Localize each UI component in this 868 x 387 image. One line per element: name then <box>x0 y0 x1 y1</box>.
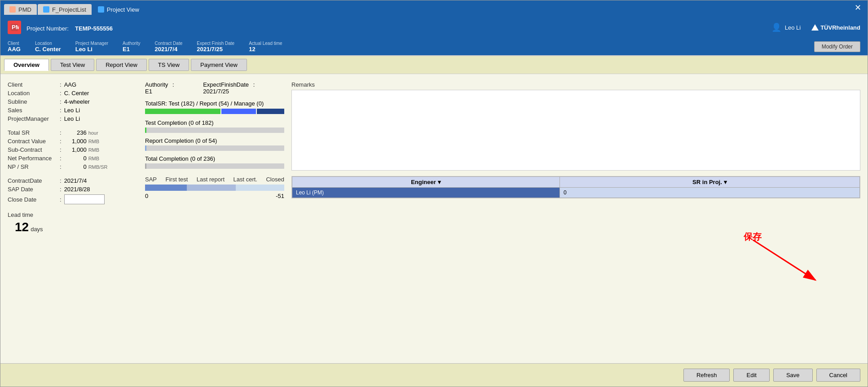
field-cv-label: Contract Value <box>8 138 57 145</box>
sr-bars <box>145 109 284 114</box>
tab-navigation: Overview Test View Report View TS View P… <box>0 56 868 74</box>
field-sales-label: Sales <box>8 107 57 114</box>
field-location-label: Location <box>8 90 57 97</box>
field-location-value: C. Center <box>64 90 89 97</box>
field-pm-label: ProjectManager <box>8 115 57 122</box>
main-window: PMD F_ProjectList Project View ✕ PMD Pro… <box>0 0 868 387</box>
info-expect-finish: Expect Finish Date 2021/7/25 <box>197 41 234 53</box>
refresh-button[interactable]: Refresh <box>683 369 730 382</box>
engineer-cell: Leo Li (PM) <box>292 188 560 198</box>
user-name: Leo Li <box>785 24 801 31</box>
field-total-sr-label: Total SR <box>8 129 57 136</box>
tab-projview-label: Project View <box>107 6 139 13</box>
info-bar: Client AAG Location C. Center Project Ma… <box>0 40 868 56</box>
timeline-section: SAP First test Last report Last cert. Cl… <box>145 176 284 199</box>
project-number-value: TEMP-555556 <box>75 25 113 32</box>
tab-fprojectlist[interactable]: F_ProjectList <box>38 4 92 15</box>
brand-logo: TÜVRheinland <box>811 24 860 31</box>
timeline-seg1 <box>145 185 187 191</box>
lead-time-number: 12 <box>15 220 29 234</box>
timeline-bar <box>145 185 284 191</box>
field-lead-time-header: Lead time <box>8 211 138 218</box>
field-subline: Subline : 4-wheeler <box>8 98 138 105</box>
cancel-button[interactable]: Cancel <box>816 369 860 382</box>
svg-text:PMD: PMD <box>12 24 19 31</box>
field-location: Location : C. Center <box>8 90 138 97</box>
info-expect-finish-value: 2021/7/25 <box>197 46 234 53</box>
field-sap-date: SAP Date : 2021/8/28 <box>8 186 138 193</box>
timeline-first-test-label: First test <box>166 176 188 183</box>
field-np-unit: RMB <box>88 156 99 161</box>
field-contract-date: ContractDate : 2021/7/4 <box>8 177 138 184</box>
middle-authority-value: E1 <box>145 88 152 95</box>
field-npsr-label: NP / SR <box>8 163 57 170</box>
sr-cell: 0 <box>560 188 859 198</box>
timeline-val-left: 0 <box>145 193 148 199</box>
timeline-sap-label: SAP <box>145 176 157 183</box>
modify-order-button[interactable]: Modify Order <box>814 41 860 52</box>
lead-time-unit: days <box>31 226 43 233</box>
field-sales: Sales : Leo Li <box>8 107 138 114</box>
field-subline-value: 4-wheeler <box>64 98 90 105</box>
titlebar-tabs: PMD F_ProjectList Project View <box>4 0 145 15</box>
info-actual-lead: Actual Lead time 12 <box>249 41 282 53</box>
total-completion-label: Total Completion (0 of 236) <box>145 155 284 162</box>
middle-top-fields: Authority : E1 ExpectFinishDate : 2021/7… <box>145 81 284 95</box>
info-contract-date: Contract Date 2021/7/4 <box>155 41 183 53</box>
sr-bar-test <box>145 109 220 114</box>
right-panel: Remarks Engineer ▾ <box>291 81 860 356</box>
field-client: Client : AAG <box>8 81 138 88</box>
brand-triangle-icon <box>811 24 819 31</box>
left-panel: Client : AAG Location : C. Center Sublin… <box>8 81 138 356</box>
info-client: Client AAG <box>8 41 21 53</box>
svg-line-3 <box>753 240 815 280</box>
tab-projectview[interactable]: Project View <box>93 4 145 15</box>
sr-col-header: SR in Proj. ▾ <box>560 177 859 188</box>
titlebar: PMD F_ProjectList Project View ✕ <box>0 0 868 15</box>
engineer-col-header: Engineer ▾ <box>292 177 560 188</box>
total-progress-fill <box>145 163 146 169</box>
close-date-input[interactable] <box>64 194 105 204</box>
field-cd-label: ContractDate <box>8 177 57 184</box>
edit-button[interactable]: Edit <box>733 369 769 382</box>
sr-title: TotalSR: Test (182) / Report (54) / Mana… <box>145 100 284 107</box>
close-button[interactable]: ✕ <box>852 3 864 13</box>
test-progress-fill <box>145 128 146 133</box>
info-contract-date-value: 2021/7/4 <box>155 46 183 53</box>
timeline-numbers: 0 -51 <box>145 193 284 199</box>
main-content: Client : AAG Location : C. Center Sublin… <box>0 74 868 363</box>
timeline-val-right: -51 <box>276 193 284 199</box>
info-client-value: AAG <box>8 46 21 53</box>
info-pm: Project Manager Leo Li <box>75 41 108 53</box>
tab-pmd[interactable]: PMD <box>4 4 37 15</box>
engineer-dropdown-icon[interactable]: ▾ <box>438 179 441 185</box>
field-lead-time-value: 12 days <box>15 220 138 234</box>
nav-tab-report-view[interactable]: Report View <box>96 59 147 71</box>
remarks-textbox[interactable] <box>291 90 860 171</box>
nav-tab-test-view[interactable]: Test View <box>51 59 94 71</box>
engineer-row: Leo Li (PM) 0 <box>292 188 860 198</box>
field-close-label: Close Date <box>8 196 57 203</box>
nav-tab-payment-view[interactable]: Payment View <box>191 59 247 71</box>
flist-icon <box>43 6 49 13</box>
info-expect-finish-label: Expect Finish Date <box>197 41 234 46</box>
middle-ef-value: 2021/7/25 <box>203 88 229 95</box>
save-button[interactable]: Save <box>773 369 813 382</box>
field-close-date: Close Date : <box>8 194 138 204</box>
report-completion-label: Report Completion (0 of 54) <box>145 137 284 144</box>
middle-panel: Authority : E1 ExpectFinishDate : 2021/7… <box>145 81 284 356</box>
middle-authority-label: Authority <box>145 81 168 88</box>
field-sub-contract: Sub-Contract : 1,000 RMB <box>8 146 138 153</box>
timeline-seg3 <box>236 185 285 191</box>
field-cd-value: 2021/7/4 <box>64 177 87 184</box>
field-net-performance: Net Performance : 0 RMB <box>8 155 138 162</box>
nav-tab-ts-view[interactable]: TS View <box>149 59 189 71</box>
field-sap-label: SAP Date <box>8 186 57 193</box>
info-actual-lead-label: Actual Lead time <box>249 41 282 46</box>
field-pm-value: Leo Li <box>64 115 80 122</box>
nav-tab-overview[interactable]: Overview <box>4 59 49 71</box>
sr-dropdown-icon[interactable]: ▾ <box>724 179 727 185</box>
test-progress-bar <box>145 128 284 133</box>
info-actual-lead-value: 12 <box>249 46 282 53</box>
timeline-seg2 <box>187 185 236 191</box>
